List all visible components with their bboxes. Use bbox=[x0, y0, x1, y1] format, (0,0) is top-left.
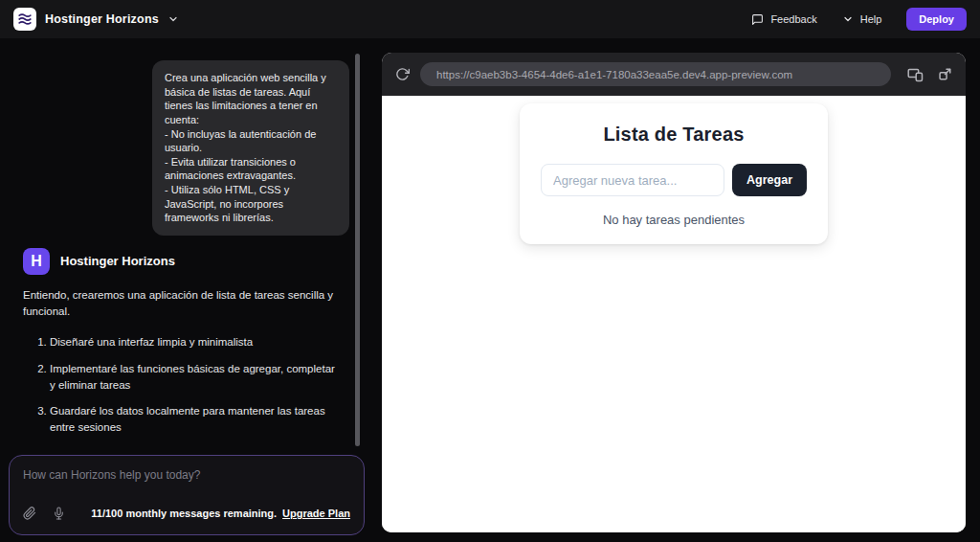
speech-bubble-icon bbox=[751, 13, 764, 26]
help-menu[interactable]: Help bbox=[842, 13, 882, 25]
chat-scrollbar[interactable] bbox=[355, 54, 360, 446]
app-title: Hostinger Horizons bbox=[45, 12, 159, 26]
chat-input[interactable] bbox=[23, 468, 350, 501]
deploy-button[interactable]: Deploy bbox=[906, 8, 967, 31]
assistant-steps-list: Diseñaré una interfaz limpia y minimalis… bbox=[23, 334, 339, 446]
step-item: Implementaré las funciones básicas de ag… bbox=[50, 361, 339, 393]
chat-composer: 11/100 monthly messages remaining. Upgra… bbox=[9, 455, 365, 535]
chevron-down-icon bbox=[842, 13, 854, 25]
top-bar-actions: Feedback Help Deploy bbox=[751, 8, 967, 31]
workspace-switcher[interactable]: Hostinger Horizons bbox=[13, 8, 179, 31]
help-label: Help bbox=[860, 13, 882, 25]
quota-area: 11/100 monthly messages remaining. Upgra… bbox=[91, 508, 350, 519]
assistant-name: Hostinger Horizons bbox=[60, 254, 175, 268]
todo-app-title: Lista de Tareas bbox=[541, 124, 807, 146]
todo-add-form: Agregar bbox=[541, 164, 807, 196]
microphone-icon[interactable] bbox=[53, 507, 65, 520]
new-task-input[interactable] bbox=[541, 164, 724, 196]
feedback-button[interactable]: Feedback bbox=[751, 13, 816, 26]
assistant-message-header: H Hostinger Horizons bbox=[23, 248, 348, 275]
step-item: Guardaré los datos localmente para mante… bbox=[50, 403, 339, 435]
assistant-intro-text: Entiendo, crearemos una aplicación de li… bbox=[23, 287, 345, 321]
preview-url-bar[interactable]: https://c9aeb3b3-4654-4de6-a1e1-7180a33e… bbox=[420, 62, 891, 86]
horizons-logo-icon bbox=[13, 8, 36, 31]
preview-browser-chrome: https://c9aeb3b3-4654-4de6-a1e1-7180a33e… bbox=[382, 53, 966, 96]
empty-tasks-message: No hay tareas pendientes bbox=[541, 213, 807, 227]
preview-controls bbox=[907, 67, 952, 82]
composer-toolbar: 11/100 monthly messages remaining. Upgra… bbox=[23, 507, 350, 520]
paperclip-icon[interactable] bbox=[23, 507, 36, 520]
quota-text: 11/100 monthly messages remaining. bbox=[91, 508, 277, 519]
refresh-icon[interactable] bbox=[395, 67, 410, 81]
top-bar: Hostinger Horizons Feedback Help Deploy bbox=[0, 0, 980, 38]
assistant-avatar: H bbox=[23, 248, 50, 275]
chevron-down-icon bbox=[167, 13, 179, 25]
open-in-new-window-icon[interactable] bbox=[938, 67, 952, 81]
chat-message-list[interactable]: Crea una aplicación web sencilla y básic… bbox=[0, 38, 371, 446]
todo-app-card: Lista de Tareas Agregar No hay tareas pe… bbox=[520, 103, 828, 244]
feedback-label: Feedback bbox=[770, 13, 816, 25]
chat-panel: Crea una aplicación web sencilla y básic… bbox=[0, 38, 371, 542]
app-preview-panel: https://c9aeb3b3-4654-4de6-a1e1-7180a33e… bbox=[382, 53, 966, 532]
preview-viewport: Lista de Tareas Agregar No hay tareas pe… bbox=[382, 96, 966, 532]
upgrade-plan-link[interactable]: Upgrade Plan bbox=[282, 508, 350, 519]
step-item: Diseñaré una interfaz limpia y minimalis… bbox=[50, 334, 339, 350]
add-task-button[interactable]: Agregar bbox=[732, 164, 807, 196]
main-layout: Crea una aplicación web sencilla y básic… bbox=[0, 38, 980, 542]
devices-icon[interactable] bbox=[907, 67, 924, 82]
user-message-bubble: Crea una aplicación web sencilla y básic… bbox=[152, 60, 349, 236]
